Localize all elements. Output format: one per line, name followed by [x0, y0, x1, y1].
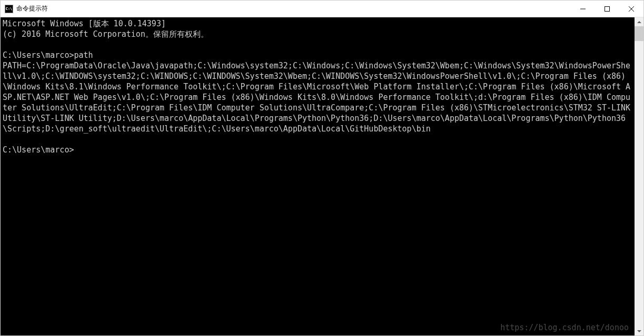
- scroll-track[interactable]: [635, 26, 643, 327]
- cmd-icon: C:\: [5, 5, 13, 13]
- close-button[interactable]: [619, 1, 643, 17]
- header-line-1: Microsoft Windows [版本 10.0.14393]: [3, 19, 166, 28]
- minimize-button[interactable]: [571, 1, 595, 17]
- window-controls: [571, 1, 643, 17]
- window-titlebar: C:\ 命令提示符: [1, 1, 643, 17]
- prompt-2-prefix: C:\Users\marco>: [3, 145, 74, 155]
- window-title: 命令提示符: [16, 4, 571, 13]
- scroll-up-arrow[interactable]: [635, 17, 643, 26]
- path-output: PATH=C:\ProgramData\Oracle\Java\javapath…: [3, 61, 635, 134]
- svg-rect-1: [605, 6, 610, 11]
- svg-marker-4: [637, 21, 641, 23]
- terminal-output[interactable]: Microsoft Windows [版本 10.0.14393] (c) 20…: [1, 17, 635, 335]
- header-line-2: (c) 2016 Microsoft Corporation。保留所有权利。: [3, 29, 209, 39]
- vertical-scrollbar[interactable]: [635, 17, 643, 335]
- terminal-container: Microsoft Windows [版本 10.0.14393] (c) 20…: [1, 17, 643, 335]
- svg-marker-5: [637, 330, 641, 332]
- maximize-button[interactable]: [595, 1, 619, 17]
- scroll-thumb[interactable]: [635, 26, 643, 41]
- scroll-down-arrow[interactable]: [635, 327, 643, 335]
- prompt-1-command: path: [74, 50, 93, 60]
- prompt-1-prefix: C:\Users\marco>: [3, 50, 74, 60]
